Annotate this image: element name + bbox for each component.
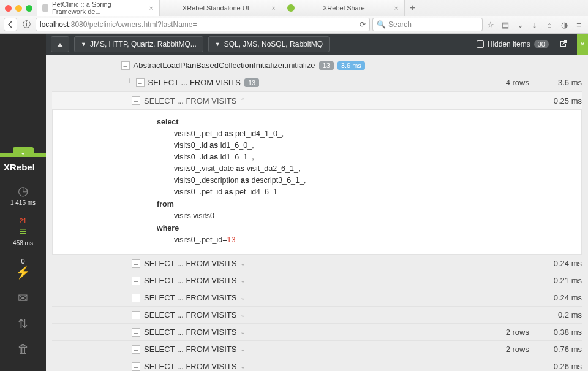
trash-icon: 🗑 [0, 342, 46, 356]
info-icon[interactable]: ⓘ [20, 18, 33, 31]
row-time: 0.26 ms [545, 362, 582, 371]
maximize-window-icon[interactable] [26, 5, 32, 12]
sync-icon: ⇅ [0, 316, 46, 331]
time-pill: 3.6 ms [337, 61, 365, 70]
hidden-count: 30 [534, 40, 549, 48]
expand-toggle[interactable]: – [132, 259, 140, 268]
pin-button[interactable] [51, 36, 69, 52]
close-tab-icon[interactable]: × [271, 4, 277, 12]
tab-label: PetClinic :: a Spring Framework de... [52, 1, 144, 15]
main-panel: ▼ JMS, HTTP, Quartz, RabbitMQ... ▼ SQL, … [46, 34, 588, 371]
row-label: SELECT ... FROM VISITS [144, 259, 236, 268]
expand-toggle[interactable]: – [132, 362, 140, 371]
pocket-icon[interactable]: ⌄ [514, 20, 526, 29]
collapse-toggle[interactable]: – [121, 61, 130, 70]
stopwatch-icon: ◷ [0, 183, 46, 198]
new-tab-button[interactable]: + [405, 2, 420, 13]
close-window-icon[interactable] [5, 5, 12, 12]
minimize-window-icon[interactable] [15, 5, 22, 12]
caret-down-icon: ▼ [215, 41, 221, 47]
row-time: 3.6 ms [545, 78, 582, 87]
filter-label: SQL, JMS, NoSQL, RabbitMQ [224, 40, 323, 48]
trace-row[interactable]: └ – AbstractLoadPlanBasedCollectionIniti… [52, 57, 582, 74]
chevron-down-icon: ⌄ [240, 362, 246, 370]
row-label: SELECT ... FROM VISITS [144, 293, 236, 302]
count-pill: 13 [319, 61, 334, 70]
hidden-items-toggle[interactable]: Hidden items 30 [477, 40, 549, 48]
tab-label: XRebel Standalone UI [165, 4, 267, 12]
row-time: 0.25 ms [545, 96, 582, 105]
count-pill: 13 [244, 78, 259, 87]
sql-row[interactable]: – SELECT ... FROM VISITS ⌄ 2 rows0.38 ms [52, 324, 582, 341]
kite-icon[interactable]: ◑ [559, 20, 570, 29]
trace-row[interactable]: └ – SELECT ... FROM VISITS 13 4 rows 3.6… [52, 74, 582, 91]
url-input[interactable]: localhost:8080/petclinic/owners.html?las… [36, 18, 370, 31]
sidebar-item-time[interactable]: ◷ 1 415 ms [0, 180, 46, 213]
menu-icon[interactable]: ≡ [573, 20, 584, 29]
sql-row[interactable]: – SELECT ... FROM VISITS ⌄ 0.26 ms [52, 358, 582, 371]
sql-body: select visits0_.pet_id as pet_id4_1_0_, … [52, 110, 582, 255]
star-icon[interactable]: ☆ [485, 20, 496, 29]
row-rows: 4 rows [499, 78, 529, 87]
collapse-toggle[interactable]: – [132, 96, 140, 105]
sql-row-expanded[interactable]: – SELECT ... FROM VISITS ⌃ 0.25 ms [52, 91, 582, 110]
sql-row[interactable]: – SELECT ... FROM VISITS ⌄ 0.21 ms [52, 272, 582, 289]
collapse-icon[interactable]: ⌄ [13, 147, 34, 157]
row-label: SELECT ... FROM VISITS [144, 345, 236, 354]
browser-tab[interactable]: XRebel Standalone UI × [160, 0, 282, 16]
sidebar-item-mail[interactable]: ✉ [0, 287, 46, 313]
tab-strip: PetClinic :: a Spring Framework de... × … [0, 0, 588, 16]
chevron-down-icon: ⌄ [240, 277, 246, 285]
expand-toggle[interactable]: – [132, 311, 140, 319]
close-tab-icon[interactable]: × [393, 4, 399, 12]
row-label: SELECT ... FROM VISITS [144, 276, 236, 285]
filter-dropdown[interactable]: ▼ JMS, HTTP, Quartz, RabbitMQ... [74, 36, 203, 52]
checkbox-icon[interactable] [477, 40, 484, 48]
expand-toggle[interactable]: – [132, 294, 140, 302]
row-time: 0.24 ms [545, 259, 582, 268]
clipboard-icon[interactable]: ▤ [500, 20, 511, 29]
filter-dropdown[interactable]: ▼ SQL, JMS, NoSQL, RabbitMQ [208, 36, 330, 52]
chevron-down-icon: ⌄ [240, 259, 246, 267]
row-rows: 2 rows [499, 345, 529, 354]
xrebel-logo: XXRebelRebel [0, 157, 46, 180]
workspace: ⌄ XXRebelRebel ◷ 1 415 ms 21 ≡ 458 ms 0 … [0, 34, 588, 371]
caret-down-icon: ▼ [81, 41, 86, 47]
url-path: :8080/petclinic/owners.html?lastName= [69, 20, 197, 29]
close-panel-button[interactable]: × [577, 34, 588, 55]
sql-keyword: select [157, 118, 178, 126]
sql-row[interactable]: – SELECT ... FROM VISITS ⌄ 2 rows0.76 ms [52, 341, 582, 358]
sidebar-item-sync[interactable]: ⇅ [0, 313, 46, 338]
browser-tab[interactable]: XRebel Share × [282, 0, 405, 16]
search-input[interactable]: 🔍 Search [372, 18, 483, 31]
metric-label: 458 ms [0, 240, 46, 247]
row-label: SELECT ... FROM VISITS [144, 96, 236, 105]
search-icon: 🔍 [377, 20, 386, 29]
sidebar-item-events[interactable]: 0 ⚡ [0, 254, 46, 287]
url-host: localhost [40, 20, 69, 29]
expand-toggle[interactable]: – [132, 277, 140, 285]
close-tab-icon[interactable]: × [148, 4, 154, 12]
sql-row[interactable]: – SELECT ... FROM VISITS ⌄ 0.24 ms [52, 255, 582, 272]
favicon-icon [287, 4, 295, 12]
trace-tree: └ – AbstractLoadPlanBasedCollectionIniti… [46, 55, 588, 371]
sql-row[interactable]: – SELECT ... FROM VISITS ⌄ 0.2 ms [52, 307, 582, 324]
tab-label: XRebel Share [298, 4, 390, 12]
popout-button[interactable] [554, 36, 572, 52]
sidebar-item-trash[interactable]: 🗑 [0, 338, 46, 364]
back-button[interactable] [4, 18, 17, 31]
download-icon[interactable]: ↓ [529, 20, 540, 29]
collapse-toggle[interactable]: – [136, 78, 145, 87]
sidebar-item-db[interactable]: 21 ≡ 458 ms [0, 213, 46, 254]
xrebel-sidebar: ⌄ XXRebelRebel ◷ 1 415 ms 21 ≡ 458 ms 0 … [0, 34, 46, 371]
expand-toggle[interactable]: – [132, 328, 140, 337]
row-time: 0.24 ms [545, 293, 582, 302]
sql-row[interactable]: – SELECT ... FROM VISITS ⌄ 0.24 ms [52, 289, 582, 307]
browser-tab[interactable]: PetClinic :: a Spring Framework de... × [37, 0, 160, 16]
chevron-up-icon: ⌃ [240, 97, 246, 105]
row-label: AbstractLoadPlanBasedCollectionInitializ… [134, 61, 315, 70]
sql-keyword: where [157, 224, 179, 232]
expand-toggle[interactable]: – [132, 345, 140, 354]
reload-icon[interactable]: ⟳ [360, 20, 366, 29]
home-icon[interactable]: ⌂ [544, 20, 555, 29]
